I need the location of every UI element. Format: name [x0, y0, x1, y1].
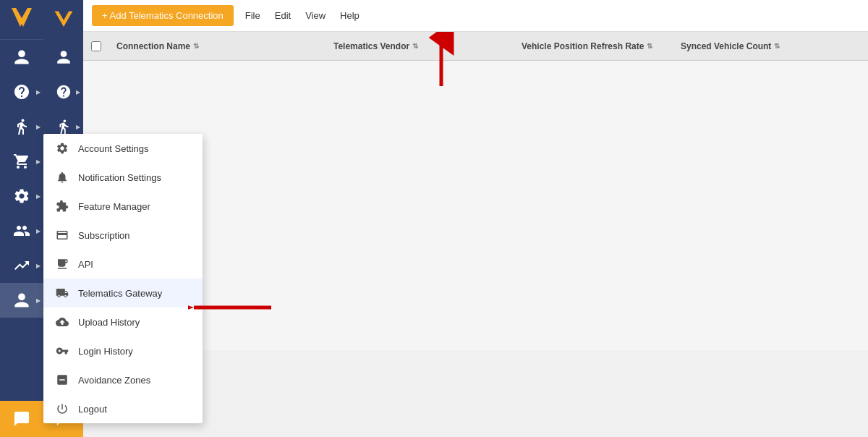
sidebar2-logo-icon [52, 9, 75, 32]
bell-icon [55, 170, 69, 184]
sidebar2-help-icon [56, 84, 72, 100]
dropdown-label-login-history: Login History [78, 346, 133, 357]
dropdown-label-subscription: Subscription [78, 230, 130, 241]
column-vehicle-count-label: Synced Vehicle Count [681, 41, 771, 51]
header-checkbox[interactable] [83, 41, 109, 51]
dispatch-chevron: ▶ [36, 158, 41, 165]
sidebar2-logo[interactable] [43, 0, 83, 40]
column-refresh-rate-label: Vehicle Position Refresh Rate [522, 41, 644, 51]
sort-telematics-vendor-icon: ⇅ [412, 42, 418, 50]
admin-icon [13, 292, 30, 309]
dropdown-item-login-history[interactable]: Login History [43, 336, 203, 365]
dropdown-label-notification-settings: Notification Settings [78, 172, 161, 183]
svg-marker-2 [54, 11, 72, 26]
reports-chevron: ▶ [36, 263, 41, 269]
dropdown-label-logout: Logout [78, 404, 107, 415]
sidebar-item-routes[interactable]: ▶ [0, 109, 43, 144]
team-chevron: ▶ [36, 228, 41, 234]
power-icon [55, 402, 69, 416]
dropdown-item-feature-manager[interactable]: Feature Manager [43, 192, 203, 221]
column-connection-name-label: Connection Name [116, 41, 190, 51]
sidebar2-help-chevron: ▶ [76, 89, 80, 96]
toolbar-menu-edit[interactable]: Edit [275, 7, 291, 24]
credit-card-icon [55, 228, 69, 242]
zone-icon [55, 373, 69, 387]
sidebar-item-dispatch[interactable]: ▶ [0, 144, 43, 179]
dropdown-item-notification-settings[interactable]: Notification Settings [43, 163, 203, 192]
dropdown-label-feature-manager: Feature Manager [78, 201, 150, 212]
toolbar-menu-help[interactable]: Help [340, 7, 359, 24]
table-header: Connection Name ⇅ Telematics Vendor ⇅ Ve… [83, 32, 868, 61]
dropdown-menu: Account Settings Notification Settings F… [43, 134, 203, 423]
logo-text [9, 5, 35, 35]
sidebar2-user-icon [56, 49, 72, 65]
sidebar-item-reports[interactable]: ▶ [0, 248, 43, 283]
routes-icon [13, 118, 30, 135]
user-icon [13, 48, 30, 66]
key-icon [55, 344, 69, 358]
sidebar2-routes-icon [56, 119, 72, 135]
dropdown-item-logout[interactable]: Logout [43, 394, 203, 423]
dispatch-icon [13, 153, 30, 170]
left-sidebar: ▶ ▶ ▶ ▶ ▶ [0, 0, 43, 437]
dropdown-item-subscription[interactable]: Subscription [43, 221, 203, 250]
dropdown-label-api: API [78, 259, 93, 270]
help-chevron: ▶ [36, 89, 41, 96]
sidebar-chat-button[interactable] [0, 401, 43, 437]
dropdown-item-api[interactable]: API [43, 250, 203, 279]
sidebar-item-help[interactable]: ▶ [0, 75, 43, 109]
svg-marker-0 [12, 8, 32, 27]
sort-connection-name-icon: ⇅ [193, 42, 199, 50]
dropdown-label-upload-history: Upload History [78, 317, 140, 328]
settings-icon [13, 187, 30, 205]
sidebar-item-settings[interactable]: ▶ [0, 179, 43, 213]
admin-chevron: ▶ [36, 297, 41, 304]
dropdown-item-telematics-gateway[interactable]: Telematics Gateway [43, 279, 203, 307]
sidebar-logo[interactable] [0, 0, 43, 40]
truck-icon [55, 286, 69, 300]
routes-chevron: ▶ [36, 124, 41, 130]
sidebar2-item-help[interactable]: ▶ [43, 75, 83, 109]
dropdown-label-account-settings: Account Settings [78, 143, 149, 154]
column-vehicle-count[interactable]: Synced Vehicle Count ⇅ [673, 35, 868, 57]
sidebar-item-user[interactable] [0, 40, 43, 75]
api-icon [55, 257, 69, 271]
sidebar-item-team[interactable]: ▶ [0, 213, 43, 248]
help-icon [13, 83, 30, 101]
toolbar: + Add Telematics Connection File Edit Vi… [83, 0, 868, 32]
toolbar-menu: File Edit View Help [245, 7, 359, 24]
column-connection-name[interactable]: Connection Name ⇅ [109, 35, 326, 57]
column-telematics-vendor-label: Telematics Vendor [333, 41, 409, 51]
team-icon [13, 222, 30, 239]
sidebar-bottom [0, 401, 43, 437]
column-telematics-vendor[interactable]: Telematics Vendor ⇅ [326, 35, 514, 57]
gear-icon [55, 141, 69, 156]
dropdown-label-avoidance-zones: Avoidance Zones [78, 375, 150, 386]
sidebar2-routes-chevron: ▶ [76, 124, 80, 130]
add-telematics-button[interactable]: + Add Telematics Connection [92, 5, 234, 26]
sort-vehicle-count-icon: ⇅ [774, 42, 780, 50]
select-all-checkbox[interactable] [91, 41, 101, 51]
chat-icon [13, 410, 30, 428]
sidebar2-item-user[interactable] [43, 40, 83, 75]
sidebar-item-admin[interactable]: ▶ [0, 283, 43, 318]
dropdown-item-avoidance-zones[interactable]: Avoidance Zones [43, 365, 203, 394]
toolbar-menu-view[interactable]: View [305, 7, 326, 24]
settings-chevron: ▶ [36, 193, 41, 200]
dropdown-item-upload-history[interactable]: Upload History [43, 307, 203, 336]
toolbar-menu-file[interactable]: File [245, 7, 260, 24]
sort-refresh-rate-icon: ⇅ [647, 42, 652, 50]
column-refresh-rate[interactable]: Vehicle Position Refresh Rate ⇅ [514, 35, 673, 57]
reports-icon [13, 257, 30, 274]
dropdown-label-telematics-gateway: Telematics Gateway [78, 288, 162, 299]
dropdown-item-account-settings[interactable]: Account Settings [43, 134, 203, 163]
cloud-upload-icon [55, 315, 69, 329]
puzzle-icon [55, 199, 69, 213]
